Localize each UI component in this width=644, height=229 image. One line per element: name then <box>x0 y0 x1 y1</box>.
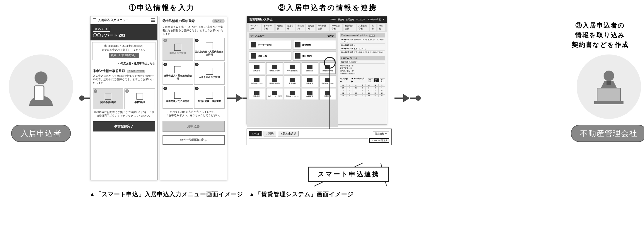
bell-icon <box>174 66 181 73</box>
actor-right-label: 不動産管理会社 <box>571 125 644 142</box>
car-icon <box>174 92 181 99</box>
tile-preregister[interactable]: ② 事前登録 <box>124 88 155 109</box>
svg-rect-7 <box>594 101 623 104</box>
desktop-iconcard[interactable]: 契約キャンセル <box>284 88 300 100</box>
news-item[interactable]: 2019年04月03日 改正システムメンテナンスのお知らせ <box>340 51 385 54</box>
apply-button[interactable]: お申込み <box>163 121 225 132</box>
sysinfo-line: 契約満了予定：件 <box>340 70 385 72</box>
mobile1-section1: ①申込情報の事前登録 入力済 / ②項目 入居申込にあたって事前に把握しておきた… <box>90 67 157 87</box>
tile-resident-info[interactable]: ③入居予定者さま情報 <box>194 62 225 85</box>
tile-contract-confirm[interactable]: ✓ 契約条件確認 <box>93 88 123 109</box>
consent-link[interactable]: >>同意文書・注意事項はこちら <box>90 62 157 67</box>
generic-icon <box>290 78 295 82</box>
generic-icon <box>307 65 312 69</box>
desktop-iconcard[interactable]: 契約台帳 <box>249 62 265 74</box>
bar-tab-2[interactable]: 2.契約 <box>264 131 276 136</box>
book-icon <box>295 53 300 59</box>
desktop-iconcard[interactable]: 家賃台帳 <box>284 75 300 87</box>
tile-corporate-info[interactable]: ①法人契約者・入居代表者さま情報 <box>194 38 225 61</box>
book-icon <box>295 42 300 47</box>
sysinfo-line: 更新予定中：件 <box>340 67 385 70</box>
desktop-iconcard[interactable]: 受付資料印刷 <box>266 75 283 87</box>
tile-vehicle-info[interactable]: ④車両関連／その他付帯 <box>163 86 193 109</box>
hamburger-icon[interactable] <box>151 18 155 22</box>
news-item[interactable]: 2019年07月17日 消費税率（10％）改正のシステム対応について <box>340 38 385 44</box>
svg-rect-6 <box>597 88 621 101</box>
tile-contractor-info[interactable]: ①契約者さま情報 <box>163 38 193 61</box>
card-building-ledger[interactable]: 建物台帳 <box>293 40 336 49</box>
caption-right: ▲「賃貸管理システム」画面イメージ <box>249 190 353 198</box>
card-room-ledger[interactable]: 部屋台帳 <box>249 51 291 61</box>
person-phone-icon <box>23 68 59 106</box>
bar-tab-1[interactable]: 1.申込 <box>249 131 262 136</box>
tile-id-attachments[interactable]: ⑤身分証明書・添付書類 <box>194 86 225 109</box>
generic-icon <box>272 65 277 69</box>
desktop-main-area: マイメニュー ⚙設定 オーナー台帳 建物台帳 部屋台帳 委託契約 契約台帳各種集… <box>247 32 338 127</box>
mobile-screen-1: 入居申込 入力メニュー 賃アパート 〇〇アパート 201 ① 2019年05月2… <box>90 16 158 180</box>
generic-icon <box>307 78 312 82</box>
desktop-iconcard[interactable]: 契約オーナー管理 <box>266 88 283 100</box>
smart-link-button-small[interactable]: スマート申込連携 <box>369 138 389 143</box>
desktop-iconcard[interactable]: ATM送金台帳 <box>284 62 300 74</box>
mobile2-section-header: ②申込情報の詳細登録 未入力 <box>160 16 227 25</box>
mobile1-header: 入居申込 入力メニュー <box>90 16 157 24</box>
news-item[interactable]: 2019年07月09日 … <box>340 44 385 47</box>
generic-icon <box>254 78 259 82</box>
tile-guarantor-info[interactable]: ②連帯保証人・緊急連絡先情報 <box>163 62 193 85</box>
back-to-list-button[interactable]: 物件一覧画面に戻る <box>163 135 225 145</box>
person-icon <box>174 44 181 51</box>
mymenu-bar: マイメニュー ⚙設定 <box>249 33 336 38</box>
svg-rect-1 <box>35 86 44 100</box>
desktop-iconcard[interactable]: 各種集計台帳 <box>266 62 283 74</box>
desktop-panel: 賃貸管理システム ATMへ振合せお問合せマニュアル2020年04月度▼ マイメニ… <box>247 16 392 180</box>
zoom-callout: スマート申込連携 <box>308 167 389 182</box>
desktop-iconcard[interactable]: 契約更新 <box>302 75 318 87</box>
generic-icon <box>254 65 259 69</box>
desktop-iconcard[interactable]: 契約キャンセル <box>249 75 265 87</box>
sysinfo-select[interactable]: 賃貸管理 以上新着 ▼ <box>340 61 385 64</box>
detail-bar: 1.申込 2.契約 3.契約金請求 随意情報 ▼ スマート申込連携 <box>247 129 392 145</box>
mobile2-tiles: ①契約者さま情報 ①法人契約者・入居代表者さま情報 ②連帯保証人・緊急連絡先情報… <box>163 38 225 109</box>
property-name: 〇〇アパート 201 <box>93 33 155 38</box>
search-field[interactable] <box>249 138 368 142</box>
sysinfo-line: 受付中の申込：件 <box>340 64 385 67</box>
bar-right-select[interactable]: 随意情報 ▼ <box>373 131 389 136</box>
news-item[interactable]: 2019年06月11日 改正…について <box>340 47 385 51</box>
building-icon <box>206 42 213 49</box>
diagram-root: ①申込情報を入力 ②入居申込者の情報を連携 ③入居申込者の 情報を取り込み 契約… <box>3 3 644 229</box>
bar-tab-3[interactable]: 3.契約金請求 <box>278 131 299 136</box>
input-status-badge: 入力済 / ②項目 <box>127 70 146 73</box>
desktop-iconcard[interactable]: 運用管理 <box>320 88 336 100</box>
step-2-label: ②入居申込者の情報を連携 <box>278 3 377 12</box>
highlight-connector-line <box>329 69 330 133</box>
apply-note: すべての項目の入力が完了しましたら、 「お申込みボタン」をクリックしてください。 <box>160 110 227 119</box>
property-tag: 賃アパート <box>93 27 110 32</box>
sysinfo-panel: システムインフォ 賃貸管理 以上新着 ▼ 受付中の申込：件更新予定中：件契約満了… <box>340 56 385 75</box>
property-box: 賃アパート 〇〇アパート 201 <box>90 24 157 40</box>
mobile-screens: 入居申込 入力メニュー 賃アパート 〇〇アパート 201 ① 2019年05月2… <box>90 16 227 180</box>
book-icon <box>251 42 256 47</box>
person-laptop-icon <box>588 68 629 106</box>
gear-icon[interactable]: ⚙設定 <box>327 34 334 37</box>
svg-point-0 <box>35 71 47 84</box>
preregister-complete-button[interactable]: 事前登録完了 <box>93 121 155 131</box>
desktop-iconcard[interactable]: 各種更新 <box>302 88 318 100</box>
desktop-iconcard[interactable]: 建築指示 <box>302 62 318 74</box>
desktop-iconcard[interactable]: 契約キャンセル <box>320 75 336 87</box>
home-icon <box>93 18 96 22</box>
desktop-side-area: アットホームからのお知らせNEW 2019年07月17日 消費税率（10％）改正… <box>338 32 387 127</box>
highlight-circle <box>324 57 336 69</box>
confirm-note: 登録内容にお間違えが無いかご確認いただき、「事前登録完了ボタン」をクリックしてく… <box>90 111 157 119</box>
connector-2 <box>227 94 247 102</box>
card-owner-ledger[interactable]: オーナー台帳 <box>249 40 291 49</box>
toolbar-tools: ATMへ振合せお問合せマニュアル2020年04月度▼ <box>330 18 385 21</box>
generic-icon <box>290 65 295 69</box>
company-icon <box>577 54 641 119</box>
desktop-iconcard[interactable]: 契約応答 <box>249 88 265 100</box>
svg-rect-5 <box>607 81 611 85</box>
generic-icon <box>272 78 277 82</box>
desktop-icon-grid: 契約台帳各種集計台帳ATM送金台帳建築指示新規契約受付契約キャンセル受付資料印刷… <box>249 62 336 100</box>
desktop-tabs[interactable]: マイメニューオーナー台帳建物台帳部屋台帳委託契約契約台帳取引集計台帳ATM送金台… <box>247 23 387 32</box>
image-icon <box>206 92 213 99</box>
actor-left: 入居申込者 <box>3 54 79 142</box>
